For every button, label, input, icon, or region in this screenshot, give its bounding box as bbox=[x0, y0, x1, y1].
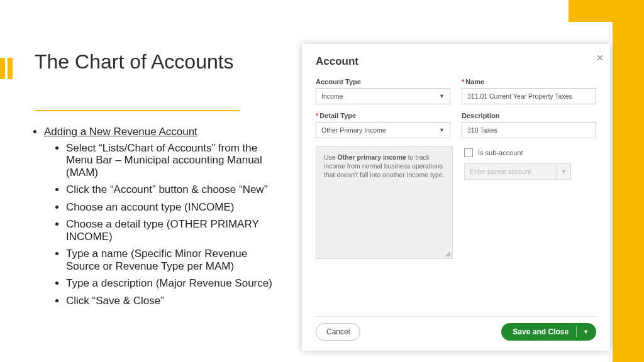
slide-subhead: Adding a New Revenue Account bbox=[44, 126, 197, 138]
slide-content: Adding a New Revenue Account Select “Lis… bbox=[28, 126, 283, 312]
title-underline bbox=[35, 110, 240, 111]
chevron-down-icon: ▼ bbox=[576, 326, 589, 337]
label-sub-account: Is sub-account bbox=[478, 149, 523, 156]
bullet: Click “Save & Close” bbox=[66, 295, 283, 307]
account-type-value: Income bbox=[321, 92, 343, 100]
chevron-down-icon: ▼ bbox=[557, 163, 570, 180]
parent-account-placeholder: Enter parent account bbox=[470, 168, 531, 175]
detail-type-value: Other Primary Income bbox=[321, 126, 386, 134]
bullet: Type a description (Major Revenue Source… bbox=[66, 277, 283, 290]
description-input[interactable]: 310 Taxes bbox=[462, 122, 596, 138]
close-icon[interactable]: ✕ bbox=[596, 53, 604, 63]
decor-band-side bbox=[613, 22, 644, 362]
label-detail-type: Detail Type bbox=[316, 112, 450, 119]
detail-type-select[interactable]: Other Primary Income ▼ bbox=[316, 122, 450, 138]
name-input[interactable]: 311.01 Current Year Property Taxes bbox=[462, 88, 596, 104]
chevron-down-icon: ▼ bbox=[439, 127, 445, 133]
save-label: Save and Close bbox=[513, 327, 569, 336]
chevron-down-icon: ▼ bbox=[439, 93, 445, 99]
cancel-button[interactable]: Cancel bbox=[316, 323, 360, 341]
bullet: Choose a detail type (OTHER PRIMARY INCO… bbox=[66, 218, 283, 243]
bullet: Type a name (Specific Minor Revenue Sour… bbox=[66, 248, 283, 272]
parent-account-select[interactable]: Enter parent account ▼ bbox=[464, 163, 571, 180]
slide-title: The Chart of Accounts bbox=[35, 50, 286, 74]
account-type-select[interactable]: Income ▼ bbox=[316, 88, 450, 104]
bullet: Select “Lists/Chart of Accounts” from th… bbox=[66, 142, 283, 179]
description-value: 310 Taxes bbox=[467, 126, 497, 134]
label-description: Description bbox=[462, 112, 596, 119]
bullet: Choose an account type (INCOME) bbox=[66, 201, 283, 214]
save-and-close-button[interactable]: Save and Close ▼ bbox=[501, 323, 596, 341]
dialog-title: Account bbox=[316, 55, 596, 68]
label-name: Name bbox=[462, 78, 596, 85]
bullet: Click the “Account” button & choose “New… bbox=[66, 184, 283, 196]
detail-type-hint: Use Other primary income to track income… bbox=[316, 146, 453, 259]
dialog-separator bbox=[316, 316, 596, 317]
label-account-type: Account Type bbox=[316, 78, 450, 85]
sub-account-checkbox[interactable] bbox=[464, 148, 473, 157]
name-value: 311.01 Current Year Property Taxes bbox=[467, 92, 572, 100]
decor-band-top bbox=[569, 0, 644, 22]
account-dialog: ✕ Account Account Type Income ▼ Name 311… bbox=[302, 44, 610, 351]
